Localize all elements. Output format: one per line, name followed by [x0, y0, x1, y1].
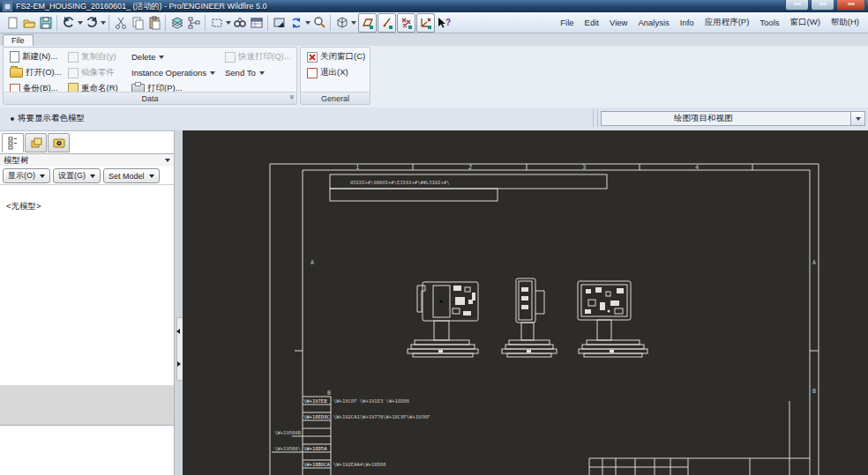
- menu-view[interactable]: View: [604, 18, 632, 27]
- exit-icon: [307, 68, 318, 78]
- context-help-icon[interactable]: ?: [435, 14, 452, 32]
- menu-info[interactable]: Info: [675, 18, 700, 27]
- settings-button[interactable]: 设置(G): [53, 168, 101, 183]
- drawing-items-combo-arrow[interactable]: [850, 112, 864, 125]
- drawing-canvas[interactable]: 1 2 3 4 A A B B 05I8I+#\9008I+#\E3I6I+#\…: [183, 130, 868, 475]
- menu-help[interactable]: 帮助(H): [826, 17, 864, 28]
- zone-number-3: 3: [582, 164, 586, 171]
- open-button[interactable]: 打开(O)...: [7, 65, 64, 80]
- collapse-left-icon[interactable]: [176, 329, 180, 334]
- zoom-icon[interactable]: [311, 14, 327, 32]
- menu-file[interactable]: File: [555, 18, 579, 27]
- send-to-button[interactable]: Send To: [222, 65, 267, 80]
- zone-letter-b-right: B: [812, 388, 816, 395]
- menu-analysis[interactable]: Analysis: [632, 18, 674, 27]
- redo-icon[interactable]: [83, 14, 100, 32]
- tab-layer-tree[interactable]: [25, 133, 47, 152]
- exit-button[interactable]: 退出(X): [304, 65, 351, 80]
- copy-from-icon: [68, 52, 79, 63]
- rev-row-3-left: \W+19560\: [274, 446, 301, 451]
- app-icon: [3, 2, 12, 11]
- display-dropdown-icon: [40, 174, 45, 178]
- data-group-expand-icon[interactable]: [287, 94, 296, 99]
- tab-model-tree[interactable]: [2, 133, 24, 152]
- zone-number-2: 2: [468, 164, 472, 171]
- close-window-icon: [307, 52, 318, 63]
- find-icon[interactable]: [231, 14, 248, 32]
- datum-csys-toggle[interactable]: [416, 13, 435, 33]
- rev-row-0-box: \W+197EB: [303, 398, 327, 404]
- display-button[interactable]: 显示(O): [3, 168, 50, 183]
- note-text: 05I8I+#\9008I+#\E3I6I+#\##L5I0I+#\: [350, 180, 450, 185]
- model-tree-header-menu-icon[interactable]: [165, 159, 170, 162]
- select-box-icon[interactable]: [208, 14, 225, 32]
- ribbon-group-general: 关闭窗口(C) 退出(X) General: [300, 47, 370, 105]
- ribbon-tabstrip: File: [0, 33, 868, 47]
- rev-row-4-box: \W+18B8CA: [303, 462, 330, 467]
- close-button[interactable]: [836, 0, 865, 11]
- datum-axis-toggle[interactable]: [378, 13, 396, 33]
- options-icon[interactable]: [248, 14, 265, 32]
- quick-print-button[interactable]: 快速打印(Q)...: [222, 49, 294, 64]
- orientation-dropdown[interactable]: [351, 21, 356, 25]
- rev-row-0-right: \W+18C8F \W+191E3 \W+18D86: [333, 398, 409, 404]
- drawing-items-combo[interactable]: 绘图项目和视图: [601, 111, 865, 126]
- no-model-label: <无模型>: [6, 201, 41, 212]
- delete-button[interactable]: Delete: [129, 49, 167, 64]
- open-icon[interactable]: [20, 14, 37, 32]
- app-window: FS2-EM_HOUSING_20160601_ (活动的) - Pro/ENG…: [0, 0, 868, 475]
- view-manager-icon[interactable]: [271, 14, 288, 32]
- model-tree-icon[interactable]: [185, 14, 202, 32]
- mirror-part-icon: [68, 68, 79, 78]
- instance-operations-button[interactable]: Instance Operations: [129, 65, 218, 80]
- data-group-footer: Data: [4, 92, 296, 104]
- orientation-icon[interactable]: [333, 14, 350, 32]
- toolbar: ? File Edit View Analysis Info 应用程序(P) T…: [0, 12, 868, 33]
- mirror-part-button[interactable]: 镜像零件: [65, 65, 117, 80]
- view-side: [502, 278, 557, 357]
- model-tree-header: 模型树: [0, 153, 174, 167]
- set-model-button[interactable]: Set Model: [103, 168, 160, 183]
- delete-dropdown-icon: [159, 56, 164, 59]
- tab-views[interactable]: [48, 133, 70, 152]
- menu-tools[interactable]: Tools: [754, 18, 784, 27]
- menu-window[interactable]: 窗口(W): [785, 17, 826, 28]
- new-file-icon[interactable]: [4, 14, 20, 32]
- menu-edit[interactable]: Edit: [580, 18, 604, 27]
- undo-icon[interactable]: [60, 14, 77, 32]
- datum-point-toggle[interactable]: [397, 13, 415, 33]
- new-page-icon: [10, 51, 19, 63]
- datum-plane-toggle[interactable]: [358, 13, 377, 33]
- save-icon[interactable]: [37, 14, 54, 32]
- cut-icon[interactable]: [112, 14, 129, 32]
- status-row: 将要显示着色模型 绘图项目和视图: [0, 108, 868, 131]
- titlebar: FS2-EM_HOUSING_20160601_ (活动的) - Pro/ENG…: [0, 0, 868, 12]
- copy-from-button[interactable]: 复制自(y): [65, 49, 119, 64]
- minimize-button[interactable]: [785, 0, 809, 11]
- rev-row-4-right: \W+192EAA4\W+18D86: [333, 462, 386, 467]
- view-front: [408, 282, 478, 357]
- paste-icon[interactable]: [146, 14, 162, 32]
- collapse-right-icon[interactable]: [177, 361, 181, 367]
- panel-sash[interactable]: [174, 130, 183, 475]
- menu-applications[interactable]: 应用程序(P): [700, 17, 755, 28]
- note-block: 05I8I+#\9008I+#\E3I6I+#\##L5I0I+#\: [330, 174, 607, 201]
- rev-row-3-box: \W+18D5A: [303, 446, 327, 451]
- layers-icon[interactable]: [168, 14, 185, 32]
- redo-dropdown[interactable]: [101, 21, 106, 25]
- title-block: [589, 401, 810, 475]
- settings-dropdown-icon: [90, 174, 95, 178]
- zone-letter-b-left: B: [327, 390, 331, 397]
- new-button[interactable]: 新建(N)...: [7, 49, 60, 64]
- maximize-button[interactable]: [811, 0, 834, 11]
- rev-row-2-left: \W+19560B: [274, 430, 301, 435]
- close-window-button[interactable]: 关闭窗口(C): [304, 49, 368, 64]
- model-tree-content[interactable]: <无模型>: [0, 184, 174, 475]
- repaint-icon[interactable]: [288, 14, 304, 32]
- tab-file[interactable]: File: [3, 34, 34, 46]
- rev-row-1-box: \W+18ED8C: [303, 414, 330, 419]
- model-tree-panel: 模型树 显示(O) 设置(G) Set Model <无模型>: [0, 130, 174, 475]
- set-model-dropdown-icon: [149, 174, 154, 178]
- copy-icon[interactable]: [129, 14, 146, 32]
- svg-text:?: ?: [445, 18, 451, 27]
